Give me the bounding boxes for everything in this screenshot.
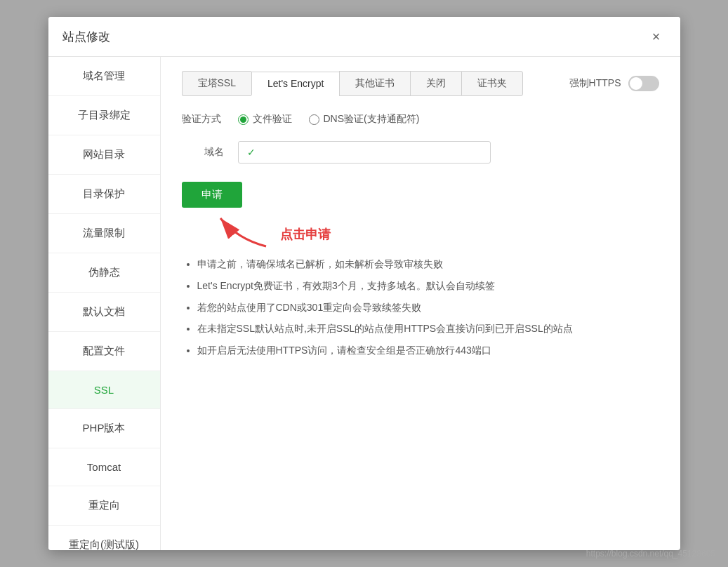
sidebar-item-ssl[interactable]: SSL [48, 371, 160, 409]
sidebar-item-pseudostatic[interactable]: 伪静态 [48, 253, 160, 293]
sidebar-item-webdir[interactable]: 网站目录 [48, 135, 160, 175]
annotation-area: 点击申请 [210, 211, 331, 253]
domain-label: 域名 [182, 146, 224, 159]
note-item: 若您的站点使用了CDN或301重定向会导致续签失败 [197, 297, 659, 319]
modal-body: 域名管理 子目录绑定 网站目录 目录保护 流量限制 伪静态 默认文档 配置文件 … [48, 57, 680, 550]
radio-file-label: 文件验证 [253, 113, 292, 126]
modal: 站点修改 × 域名管理 子目录绑定 网站目录 目录保护 流量限制 伪静态 默认文… [48, 17, 680, 550]
content-area: 宝塔SSL Let's Encrypt 其他证书 关闭 证书夹 强制HTTPS … [161, 57, 680, 550]
click-hint-label: 点击申请 [280, 226, 331, 243]
tab-baota[interactable]: 宝塔SSL [182, 71, 251, 96]
modal-title: 站点修改 [62, 29, 110, 45]
tab-othercert[interactable]: 其他证书 [339, 71, 410, 96]
sidebar-item-redirect2[interactable]: 重定向(测试版) [48, 526, 160, 550]
sidebar: 域名管理 子目录绑定 网站目录 目录保护 流量限制 伪静态 默认文档 配置文件 … [48, 57, 161, 550]
sidebar-item-phpver[interactable]: PHP版本 [48, 409, 160, 448]
note-item: 如开启后无法使用HTTPS访问，请检查安全组是否正确放行443端口 [197, 340, 659, 361]
verify-row: 验证方式 文件验证 DNS验证(支持通配符) [182, 113, 659, 126]
sidebar-item-tomcat[interactable]: Tomcat [48, 448, 160, 486]
tab-close[interactable]: 关闭 [410, 71, 461, 96]
tab-certfolder[interactable]: 证书夹 [461, 71, 523, 96]
note-item: Let's Encrypt免费证书，有效期3个月，支持多域名。默认会自动续签 [197, 275, 659, 297]
radio-dns-label: DNS验证(支持通配符) [324, 113, 420, 126]
modal-header: 站点修改 × [48, 17, 680, 57]
force-https-label: 强制HTTPS [569, 77, 621, 90]
tab-letsencrypt[interactable]: Let's Encrypt [251, 72, 340, 95]
tab-bar: 宝塔SSL Let's Encrypt 其他证书 关闭 证书夹 强制HTTPS [182, 71, 659, 96]
sidebar-item-redirect[interactable]: 重定向 [48, 486, 160, 526]
sidebar-item-dirprotect[interactable]: 目录保护 [48, 175, 160, 214]
notes-list: 申请之前，请确保域名已解析，如未解析会导致审核失败 Let's Encrypt免… [182, 253, 659, 361]
check-icon: ✓ [247, 147, 256, 158]
domain-row: 域名 ✓ [182, 141, 659, 164]
sidebar-item-configfile[interactable]: 配置文件 [48, 332, 160, 371]
sidebar-item-subdir[interactable]: 子目录绑定 [48, 96, 160, 135]
arrow-icon [210, 211, 273, 253]
radio-dns[interactable]: DNS验证(支持通配符) [309, 113, 420, 126]
radio-file[interactable]: 文件验证 [238, 113, 292, 126]
modal-overlay: 站点修改 × 域名管理 子目录绑定 网站目录 目录保护 流量限制 伪静态 默认文… [0, 0, 728, 567]
force-https-toggle[interactable] [628, 76, 659, 91]
verify-label: 验证方式 [182, 113, 224, 126]
note-item: 在未指定SSL默认站点时,未开启SSL的站点使用HTTPS会直接访问到已开启SS… [197, 318, 659, 340]
btn-area: 申请 点击申请 [182, 182, 659, 253]
radio-group: 文件验证 DNS验证(支持通配符) [238, 113, 420, 126]
close-button[interactable]: × [647, 27, 666, 46]
radio-dns-input[interactable] [309, 114, 319, 125]
force-https-area: 强制HTTPS [569, 76, 659, 91]
domain-input-wrap[interactable]: ✓ [238, 141, 491, 164]
sidebar-item-domain[interactable]: 域名管理 [48, 57, 160, 96]
watermark: https://blog.csdn.net/qq_45128605 [586, 549, 715, 559]
apply-button[interactable]: 申请 [182, 182, 242, 208]
sidebar-item-traffic[interactable]: 流量限制 [48, 214, 160, 253]
radio-file-input[interactable] [238, 114, 249, 125]
note-item: 申请之前，请确保域名已解析，如未解析会导致审核失败 [197, 253, 659, 275]
sidebar-item-defaultdoc[interactable]: 默认文档 [48, 293, 160, 332]
